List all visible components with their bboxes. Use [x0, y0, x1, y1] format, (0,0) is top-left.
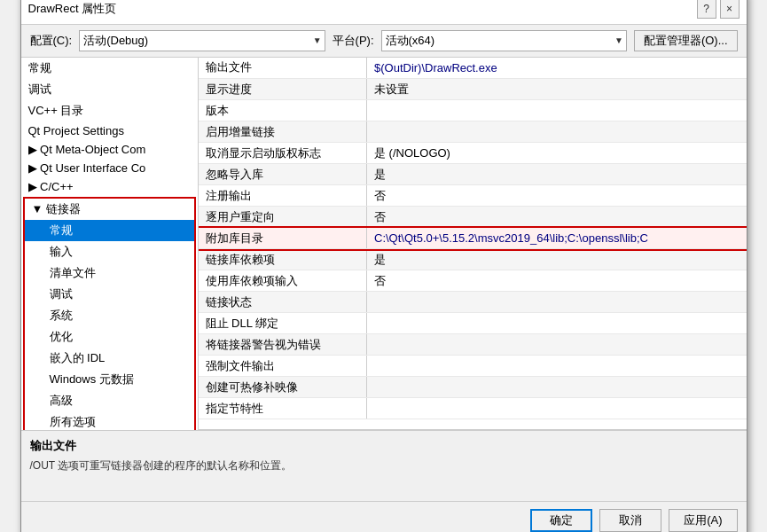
ok-button[interactable]: 确定 [530, 509, 592, 532]
sidebar-item-debug[interactable]: 调试 [21, 79, 198, 100]
table-row[interactable]: 阻止 DLL 绑定 [199, 313, 747, 334]
property-value: $(OutDir)\DrawRect.exe [367, 58, 747, 79]
property-name: 忽略导入库 [199, 164, 367, 185]
property-name: 创建可热修补映像 [199, 377, 367, 398]
description-panel: 输出文件 /OUT 选项可重写链接器创建的程序的默认名称和位置。 [21, 430, 747, 501]
property-table[interactable]: 输出文件$(OutDir)\DrawRect.exe显示进度未设置版本启用增量链… [199, 58, 747, 430]
sidebar-item-general[interactable]: 常规 [21, 58, 198, 79]
property-name: 指定节特性 [199, 398, 367, 419]
property-name: 将链接器警告视为错误 [199, 334, 367, 356]
property-value [367, 292, 747, 313]
property-name: 使用库依赖项输入 [199, 270, 367, 292]
help-button[interactable]: ? [697, 0, 716, 19]
property-value: C:\Qt\Qt5.0+\5.15.2\msvc2019_64\lib;C:\o… [367, 228, 747, 249]
sidebar-item-linker-debug[interactable]: 调试 [25, 284, 194, 305]
property-name: 输出文件 [199, 58, 367, 79]
property-value [367, 398, 747, 419]
platform-label: 平台(P): [333, 33, 374, 49]
main-content: 常规调试VC++ 目录Qt Project Settings▶ Qt Meta-… [21, 58, 747, 430]
table-row[interactable]: 显示进度未设置 [199, 79, 747, 100]
table-row[interactable]: 创建可热修补映像 [199, 377, 747, 398]
sidebar-item-linker-input[interactable]: 输入 [25, 241, 194, 262]
property-name: 链接库依赖项 [199, 249, 367, 270]
table-row[interactable]: 忽略导入库是 [199, 164, 747, 185]
description-title: 输出文件 [30, 438, 738, 454]
table-row[interactable]: 强制文件输出 [199, 356, 747, 377]
property-value [367, 334, 747, 356]
sidebar-item-linker-windows[interactable]: Windows 元数据 [25, 369, 194, 390]
sidebar-item-linker-idl[interactable]: 嵌入的 IDL [25, 348, 194, 369]
title-controls: ? × [697, 0, 740, 19]
platform-select-wrapper: 活动(x64) ▼ [381, 30, 627, 51]
table-row[interactable]: 启用增量链接 [199, 121, 747, 143]
apply-button[interactable]: 应用(A) [669, 509, 737, 532]
sidebar: 常规调试VC++ 目录Qt Project Settings▶ Qt Meta-… [21, 58, 199, 430]
property-panel: 输出文件$(OutDir)\DrawRect.exe显示进度未设置版本启用增量链… [199, 58, 747, 430]
property-name: 版本 [199, 100, 367, 121]
cancel-button[interactable]: 取消 [599, 509, 661, 532]
property-value [367, 313, 747, 334]
table-row[interactable]: 输出文件$(OutDir)\DrawRect.exe [199, 58, 747, 79]
property-name: 注册输出 [199, 185, 367, 207]
sidebar-item-qt-ui[interactable]: ▶ Qt User Interface Co [21, 159, 198, 177]
property-value [367, 121, 747, 143]
sidebar-item-linker[interactable]: ▼ 链接器 [25, 199, 194, 220]
description-text: /OUT 选项可重写链接器创建的程序的默认名称和位置。 [30, 458, 738, 473]
sidebar-item-linker-manifest[interactable]: 清单文件 [25, 262, 194, 284]
sidebar-item-cpp[interactable]: ▶ C/C++ [21, 177, 198, 196]
bottom-buttons: 确定 取消 应用(A) [21, 501, 747, 533]
config-select[interactable]: 活动(Debug) [79, 30, 325, 51]
property-value [367, 356, 747, 377]
close-button[interactable]: × [720, 0, 740, 19]
property-value [367, 100, 747, 121]
title-bar: DrawRect 属性页 ? × [21, 0, 747, 25]
sidebar-item-qt-meta[interactable]: ▶ Qt Meta-Object Com [21, 140, 198, 159]
config-manager-button[interactable]: 配置管理器(O)... [634, 30, 738, 51]
property-name: 取消显示启动版权标志 [199, 143, 367, 164]
property-value: 否 [367, 207, 747, 228]
table-row[interactable]: 注册输出否 [199, 185, 747, 207]
platform-select[interactable]: 活动(x64) [381, 30, 627, 51]
config-select-wrapper: 活动(Debug) ▼ [79, 30, 325, 51]
property-value: 否 [367, 185, 747, 207]
properties-table: 输出文件$(OutDir)\DrawRect.exe显示进度未设置版本启用增量链… [199, 58, 747, 420]
property-value: 是 [367, 249, 747, 270]
property-value: 未设置 [367, 79, 747, 100]
table-row[interactable]: 附加库目录C:\Qt\Qt5.0+\5.15.2\msvc2019_64\lib… [199, 228, 747, 249]
sidebar-item-linker-general[interactable]: 常规 [25, 220, 194, 241]
property-name: 阻止 DLL 绑定 [199, 313, 367, 334]
table-row[interactable]: 使用库依赖项输入否 [199, 270, 747, 292]
config-label: 配置(C): [30, 33, 73, 49]
property-name: 显示进度 [199, 79, 367, 100]
table-row[interactable]: 取消显示启动版权标志是 (/NOLOGO) [199, 143, 747, 164]
property-name: 强制文件输出 [199, 356, 367, 377]
config-bar: 配置(C): 活动(Debug) ▼ 平台(P): 活动(x64) ▼ 配置管理… [21, 25, 747, 58]
sidebar-item-all-options[interactable]: 所有选项 [25, 411, 194, 430]
property-value: 是 (/NOLOGO) [367, 143, 747, 164]
sidebar-item-linker-advanced[interactable]: 高级 [25, 390, 194, 411]
main-dialog: DrawRect 属性页 ? × 配置(C): 活动(Debug) ▼ 平台(P… [20, 0, 747, 532]
table-row[interactable]: 将链接器警告视为错误 [199, 334, 747, 356]
property-value: 否 [367, 270, 747, 292]
sidebar-item-qt-project[interactable]: Qt Project Settings [21, 121, 198, 140]
table-row[interactable]: 逐用户重定向否 [199, 207, 747, 228]
sidebar-item-linker-system[interactable]: 系统 [25, 305, 194, 326]
sidebar-item-vc-dirs[interactable]: VC++ 目录 [21, 100, 198, 121]
property-name: 链接状态 [199, 292, 367, 313]
table-row[interactable]: 链接状态 [199, 292, 747, 313]
table-row[interactable]: 指定节特性 [199, 398, 747, 419]
table-row[interactable]: 链接库依赖项是 [199, 249, 747, 270]
property-value [367, 377, 747, 398]
table-row[interactable]: 版本 [199, 100, 747, 121]
property-value: 是 [367, 164, 747, 185]
dialog-title: DrawRect 属性页 [28, 1, 117, 17]
sidebar-scroll[interactable]: 常规调试VC++ 目录Qt Project Settings▶ Qt Meta-… [21, 58, 198, 430]
property-name: 附加库目录 [199, 228, 367, 249]
sidebar-item-linker-optimize[interactable]: 优化 [25, 326, 194, 348]
property-name: 逐用户重定向 [199, 207, 367, 228]
property-name: 启用增量链接 [199, 121, 367, 143]
